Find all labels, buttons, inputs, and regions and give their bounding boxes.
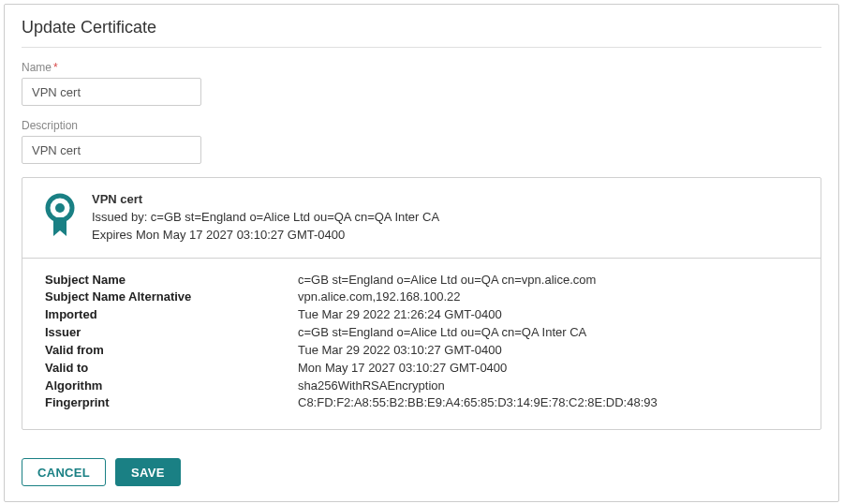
certificate-details: Subject Name c=GB st=England o=Alice Ltd… [22,259,821,430]
detail-subject-alt: Subject Name Alternative vpn.alice.com,1… [45,289,798,306]
detail-label: Algorithm [45,378,298,395]
name-field: Name* [22,61,821,106]
detail-value: c=GB st=England o=Alice Ltd ou=QA cn=QA … [298,324,798,342]
detail-imported: Imported Tue Mar 29 2022 21:26:24 GMT-04… [45,306,798,324]
detail-value: sha256WithRSAEncryption [298,378,798,395]
detail-label: Imported [45,306,298,324]
cancel-button[interactable]: CANCEL [22,458,106,486]
certificate-expires: Expires Mon May 17 2027 03:10:27 GMT-040… [92,227,439,245]
detail-label: Fingerprint [45,394,298,412]
detail-value: c=GB st=England o=Alice Ltd ou=QA cn=vpn… [298,272,798,289]
required-indicator: * [53,61,58,74]
certificate-box: VPN cert Issued by: c=GB st=England o=Al… [22,177,821,430]
name-label: Name* [22,61,821,74]
detail-label: Valid to [45,360,298,378]
detail-valid-from: Valid from Tue Mar 29 2022 03:10:27 GMT-… [45,342,798,360]
detail-value: C8:FD:F2:A8:55:B2:BB:E9:A4:65:85:D3:14:9… [298,394,798,412]
save-button[interactable]: SAVE [115,458,181,486]
description-field: Description [22,119,821,164]
detail-label: Subject Name [45,272,298,289]
detail-label: Valid from [45,342,298,360]
update-certificate-panel: Update Certificate Name* Description VPN… [4,4,839,502]
detail-fingerprint: Fingerprint C8:FD:F2:A8:55:B2:BB:E9:A4:6… [45,394,798,412]
detail-label: Issuer [45,324,298,342]
certificate-header-text: VPN cert Issued by: c=GB st=England o=Al… [92,191,439,245]
name-input[interactable] [22,78,201,106]
detail-algorithm: Algorithm sha256WithRSAEncryption [45,378,798,395]
description-input[interactable] [22,136,201,164]
certificate-name: VPN cert [92,191,439,209]
detail-value: Tue Mar 29 2022 21:26:24 GMT-0400 [298,306,798,324]
detail-value: vpn.alice.com,192.168.100.22 [298,289,798,306]
certificate-ribbon-icon [43,193,77,241]
detail-valid-to: Valid to Mon May 17 2027 03:10:27 GMT-04… [45,360,798,378]
page-title: Update Certificate [22,18,821,48]
description-label: Description [22,119,821,132]
detail-subject-name: Subject Name c=GB st=England o=Alice Ltd… [45,272,798,289]
certificate-issued-by: Issued by: c=GB st=England o=Alice Ltd o… [92,209,439,227]
svg-point-1 [55,203,65,213]
certificate-header: VPN cert Issued by: c=GB st=England o=Al… [22,178,821,258]
detail-issuer: Issuer c=GB st=England o=Alice Ltd ou=QA… [45,324,798,342]
action-bar: CANCEL SAVE [22,458,821,486]
detail-label: Subject Name Alternative [45,289,298,306]
detail-value: Mon May 17 2027 03:10:27 GMT-0400 [298,360,798,378]
name-label-text: Name [22,61,52,74]
detail-value: Tue Mar 29 2022 03:10:27 GMT-0400 [298,342,798,360]
